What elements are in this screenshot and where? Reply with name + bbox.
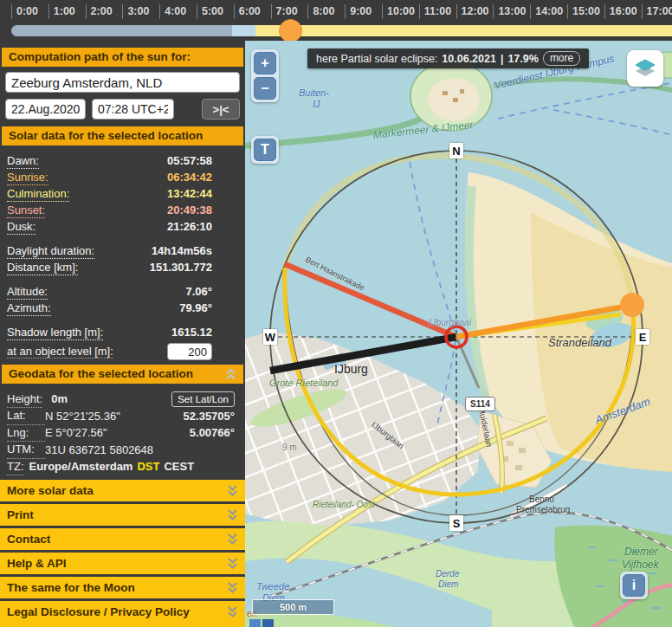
- mini-icon[interactable]: [262, 619, 274, 627]
- sun-marker[interactable]: [620, 293, 644, 317]
- solar-data-label[interactable]: Altitude:: [7, 283, 48, 300]
- accordion-label: The same for the Moon: [7, 581, 135, 594]
- date-input[interactable]: [5, 99, 86, 120]
- lat-label[interactable]: Lat:: [7, 407, 45, 425]
- tz-label[interactable]: TZ:: [7, 458, 24, 476]
- map-type-control: T: [251, 136, 279, 164]
- solar-data-label[interactable]: Sunrise:: [7, 169, 48, 185]
- timeline-slider-track[interactable]: [11, 25, 672, 36]
- longitude-row: Lng: E 5°0'27.56" 5.00766°: [7, 424, 235, 442]
- solar-data-value: 21:26:10: [167, 218, 212, 235]
- height-value: 0m: [51, 391, 68, 408]
- eclipse-more-button[interactable]: more: [543, 51, 580, 66]
- info-button[interactable]: i: [623, 574, 645, 597]
- utm-label[interactable]: UTM:: [7, 441, 45, 459]
- map-label: Derde: [436, 569, 459, 579]
- timeline-tick: 0:00: [11, 4, 38, 19]
- height-label[interactable]: Height:: [7, 391, 42, 409]
- solar-data-label[interactable]: Distance [km]:: [7, 259, 78, 275]
- compass-north: N: [449, 143, 463, 158]
- object-level-label[interactable]: at an object level [m]:: [7, 345, 113, 359]
- time-input[interactable]: [92, 99, 174, 120]
- zoom-out-button[interactable]: −: [254, 77, 276, 100]
- solar-data-value: 14h14m56s: [152, 242, 212, 259]
- solar-data-value: 20:49:38: [167, 202, 212, 218]
- solar-data-value: 1615.12: [171, 324, 212, 340]
- solar-data-label[interactable]: Daylight duration:: [7, 242, 94, 259]
- datetime-row: >|<: [5, 99, 240, 120]
- zoom-in-button[interactable]: +: [254, 52, 276, 74]
- map-viewport[interactable]: Buiten-IJVeerdienst IJburg-PampusMarkerm…: [245, 41, 672, 627]
- timeline-tick: 8:00: [307, 4, 334, 19]
- solar-data-label[interactable]: Azimuth:: [7, 300, 51, 316]
- accordion-label: Legal Disclosure / Privacy Policy: [7, 605, 190, 618]
- compass-west: W: [263, 329, 277, 345]
- accordion-more-solar-data[interactable]: More solar data: [0, 480, 245, 501]
- timeline-tick: 10:00: [382, 4, 415, 19]
- accordion-legal-disclosure-privacy-policy[interactable]: Legal Disclosure / Privacy Policy: [0, 601, 245, 623]
- timeline-bar[interactable]: 0:001:002:003:004:005:006:007:008:009:00…: [0, 0, 672, 41]
- chevron-double-down-icon: [227, 557, 238, 570]
- layers-icon: [632, 55, 658, 83]
- chevron-double-up-icon: [225, 368, 236, 381]
- solar-data-row: Azimuth:79.96°: [7, 300, 212, 316]
- accordion-the-same-for-the-moon[interactable]: The same for the Moon: [0, 577, 245, 598]
- solar-data-label[interactable]: Culmination:: [7, 185, 69, 202]
- timeline-tick: 13:00: [493, 4, 526, 19]
- lat-decimal-value: 52.35705°: [184, 408, 235, 425]
- lng-label[interactable]: Lng:: [7, 424, 45, 443]
- map-scale-bar: 500 m: [252, 599, 334, 615]
- utm-row: UTM: 31U 636721 5802648: [7, 442, 235, 459]
- tz-dst-flag: DST: [137, 458, 159, 475]
- timeline-tick: 6:00: [234, 4, 261, 19]
- solar-data-label[interactable]: Dusk:: [7, 218, 36, 235]
- lat-dms-value: N 52°21'25.36": [45, 408, 184, 425]
- solar-data-value: 7.06°: [185, 283, 212, 300]
- timeline-tick: 15:00: [567, 4, 600, 19]
- geodata-table: Height: 0m Set Lat/Lon Lat: N 52°21'25.3…: [0, 384, 245, 475]
- accordion-label: More solar data: [7, 484, 94, 497]
- solar-data-row: Daylight duration:14h14m56s: [7, 242, 212, 259]
- timeline-tick: 12:00: [456, 4, 489, 19]
- mini-icon[interactable]: [249, 619, 261, 627]
- timeline-tick: 7:00: [271, 4, 298, 19]
- solar-data-label[interactable]: Sunset:: [7, 202, 45, 218]
- solar-data-header-label: Solar data for the selected location: [9, 129, 203, 143]
- map-label: Strandeiland: [548, 337, 611, 349]
- set-now-button[interactable]: >|<: [202, 99, 240, 120]
- accordion-label: Contact: [7, 533, 50, 546]
- chevron-double-down-icon: [227, 484, 238, 497]
- object-level-input[interactable]: [167, 343, 212, 360]
- map-type-button[interactable]: T: [254, 139, 276, 161]
- solar-data-label[interactable]: Dawn:: [7, 152, 39, 169]
- geodata-header[interactable]: Geodata for the selected location: [2, 365, 243, 384]
- accordion-print[interactable]: Print: [0, 504, 245, 526]
- accordion-contact[interactable]: Contact: [0, 528, 245, 550]
- set-latlon-button[interactable]: Set Lat/Lon: [171, 391, 235, 407]
- footer-mini-icons[interactable]: [249, 619, 274, 627]
- location-input[interactable]: [5, 72, 240, 93]
- footer-strip: [0, 621, 245, 627]
- map-label: Diemer: [624, 546, 658, 558]
- geodata-header-label: Geodata for the selected location: [9, 367, 193, 381]
- solar-data-table: Dawn:05:57:58Sunrise:06:34:42Culmination…: [0, 145, 245, 340]
- timezone-row: TZ: Europe/Amsterdam DST CEST: [7, 458, 235, 475]
- map-label: Vijfhoek: [622, 559, 658, 571]
- layers-button[interactable]: [627, 50, 663, 87]
- height-row: Height: 0m Set Lat/Lon: [7, 391, 235, 408]
- map-label: Buiten-: [299, 87, 329, 98]
- solar-data-label[interactable]: Shadow length [m]:: [7, 324, 103, 340]
- latitude-row: Lat: N 52°21'25.36" 52.35705°: [7, 408, 235, 425]
- road-badge-s114: S114: [465, 397, 495, 411]
- eclipse-percent: 17.9%: [507, 53, 538, 65]
- accordion-help-&-api[interactable]: Help & API: [0, 553, 245, 574]
- sidebar: Computation path of the sun for: >|< Sol…: [0, 41, 245, 627]
- solar-data-row: Altitude:7.06°: [7, 283, 212, 300]
- solar-data-row: Culmination:13:42:44: [7, 185, 212, 202]
- tz-name: Europe/Amsterdam: [29, 458, 133, 475]
- timeline-slider-handle[interactable]: [279, 19, 302, 41]
- map-label: IJburg: [334, 363, 368, 376]
- map-label: Diem: [438, 579, 458, 589]
- solar-data-row: Dawn:05:57:58: [7, 152, 212, 169]
- utm-value: 31U 636721 5802648: [45, 442, 153, 459]
